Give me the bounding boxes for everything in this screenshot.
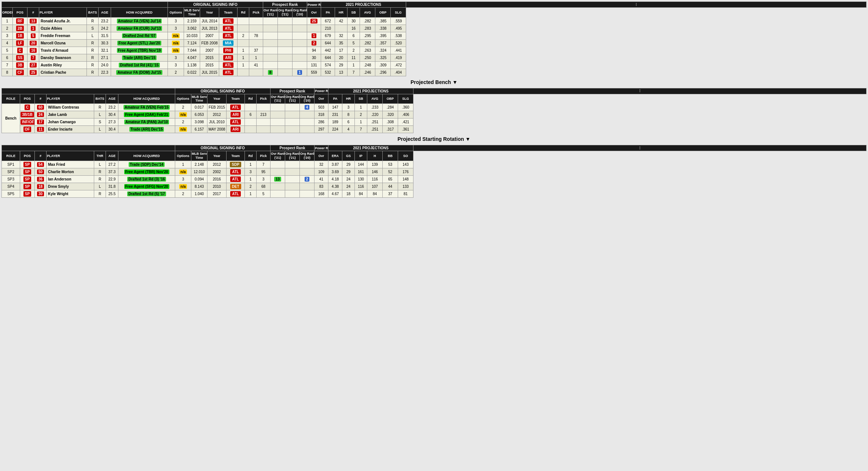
rot-ovr21-header: Ovr Rank('21) (271, 151, 285, 161)
org21-cell (278, 47, 293, 54)
rot-player-header: PLAYER (47, 151, 94, 161)
pick-cell (257, 118, 271, 126)
ovr21-cell (271, 111, 285, 118)
team-cell: MIA (219, 39, 238, 47)
options-cell: 3 (168, 54, 184, 61)
org21-cell (278, 39, 293, 47)
how-acquired-header: HOW ACQUIRED (111, 8, 168, 18)
ovr-cell: 131 (307, 61, 321, 69)
ovr21-cell (263, 32, 278, 39)
rot-age-header: AGE (106, 151, 118, 161)
pos-cell: 2B (13, 25, 27, 32)
rot-role-cell: SP4 (2, 183, 20, 190)
player-cell: Ronald Acuña Jr. (39, 17, 87, 25)
sb-cell: 1 (355, 118, 367, 126)
slg-cell: .538 (391, 32, 406, 39)
org21-cell (285, 168, 300, 175)
pos-cell: SP (20, 183, 35, 190)
ovr-cell: 1 (307, 32, 321, 39)
slg-cell: .441 (391, 47, 406, 54)
team-cell: ARI (227, 111, 245, 118)
sb-cell: 11 (347, 54, 360, 61)
org21-cell (278, 54, 293, 61)
bench-pos-header: POS (20, 94, 35, 104)
pick-cell: 78 (249, 32, 263, 39)
ip-cell: 144 (355, 161, 367, 168)
pick-cell: 3 (257, 175, 271, 183)
prospect-rank-header: Prospect Rank (263, 2, 307, 8)
player-cell: Charlie Morton (47, 168, 94, 175)
org21-cell (285, 126, 300, 133)
main-container: ORIGINAL SIGNING INFO Prospect Rank Powe… (0, 0, 868, 199)
h-cell: 139 (367, 161, 383, 168)
rot-team-header: Team (227, 151, 245, 161)
mlb-service-header: MLB ServiceTime (184, 8, 200, 18)
rot-mlb-header: MLB ServiceTime (191, 151, 207, 161)
bats-cell: L (94, 126, 106, 133)
table-row: 8 CF 25 Cristian Pache R 22.3 Amateur FA… (2, 69, 867, 76)
num-cell: 13 (27, 17, 39, 25)
options-cell: n/a (168, 47, 184, 54)
ovr-cell: 109 (315, 168, 328, 175)
player-cell: Max Fried (47, 161, 94, 168)
avg-cell: .283 (360, 25, 375, 32)
team-cell: ATL (219, 61, 238, 69)
age-cell: 31.8 (106, 183, 118, 190)
age-cell: 27.3 (106, 118, 118, 126)
rd-cell: 1 (245, 175, 257, 183)
rot-ip-header: IP (355, 151, 367, 161)
team-cell: ATL (227, 168, 245, 175)
year-cell: 2010 (207, 183, 227, 190)
original-signing-header: ORIGINAL SIGNING INFO (168, 2, 263, 8)
mlb-service-cell: 0.094 (191, 175, 207, 183)
era-cell: 4.38 (328, 183, 342, 190)
table-row: INF/OF 17 Johan Camargo S 27.3 Amateur F… (2, 118, 867, 126)
org20-cell (300, 190, 315, 197)
team-cell: ARI (227, 126, 245, 133)
h-cell: 116 (367, 175, 383, 183)
avg-cell: .251 (367, 118, 383, 126)
options-cell: 3 (168, 61, 184, 69)
options-cell: n/a (168, 32, 184, 39)
org21-cell (285, 183, 300, 190)
org20-cell (293, 54, 307, 61)
pa-cell: 231 (328, 111, 342, 118)
thr-cell: R (94, 168, 106, 175)
options-cell: n/a (175, 168, 191, 175)
sb-cell: 7 (355, 126, 367, 133)
avg-header: AVG (360, 8, 375, 18)
rot-projections-header: 2021 PROJECTIONS (328, 145, 413, 151)
pick-cell (257, 126, 271, 133)
team-cell: ATL (219, 17, 238, 25)
org20-cell: 2 (300, 175, 315, 183)
slg-cell: .520 (391, 39, 406, 47)
sb-cell: 1 (347, 61, 360, 69)
pa-cell: 210 (321, 25, 335, 32)
rot-thr-header: THR (94, 151, 106, 161)
team-cell: ATL (219, 69, 238, 76)
num-cell: 24 (35, 111, 47, 118)
ovr-cell: 30 (307, 54, 321, 61)
how-acquired-cell: Free Agent (STL) Jan'20 (111, 39, 168, 47)
sb-cell: 5 (347, 39, 360, 47)
options-cell: n/a (175, 183, 191, 190)
rot-prospect-rank-header: Prospect Rank (271, 145, 315, 151)
options-cell: 2 (168, 69, 184, 76)
lineup-table: ORIGINAL SIGNING INFO Prospect Rank Powe… (1, 1, 867, 76)
table-row: 6 SS 7 Dansby Swanson R 27.1 Trade (ARI)… (2, 54, 867, 61)
mlb-service-cell: 7.124 (184, 39, 200, 47)
bats-cell: R (87, 39, 99, 47)
era-cell: 3.87 (328, 161, 342, 168)
rot-org21-header: Org Rank('21) (285, 151, 300, 161)
bench-org21-header: Org Rank('21) (285, 94, 300, 104)
org20-cell (300, 168, 315, 175)
era-cell: 4.18 (328, 175, 342, 183)
rot-h-header: H (367, 151, 383, 161)
how-acquired-cell: Amateur FA (DOM) Jul'15 (111, 69, 168, 76)
pick-cell: 41 (249, 61, 263, 69)
org20-cell (300, 183, 315, 190)
thr-cell: R (94, 175, 106, 183)
pa-cell: 442 (321, 47, 335, 54)
bats-cell: R (87, 17, 99, 25)
year-cell: MAY 2008 (207, 126, 227, 133)
